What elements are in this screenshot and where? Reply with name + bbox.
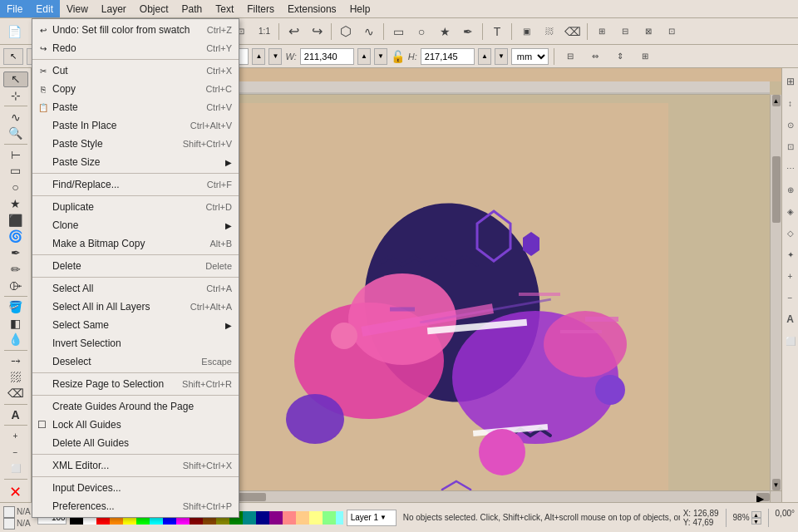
undo-item[interactable]: ↩ Undo: Set fill color from swatch Ctrl+…: [32, 21, 239, 39]
select-same-item[interactable]: Select Same ▶: [32, 316, 239, 334]
pen-tool[interactable]: ✒: [3, 245, 28, 261]
text-tool[interactable]: A: [3, 406, 28, 422]
w-down-btn[interactable]: ▼: [374, 48, 387, 65]
find-replace-item[interactable]: Find/Replace... Ctrl+F: [32, 175, 239, 194]
preferences-item[interactable]: Preferences... Shift+Ctrl+P: [32, 497, 239, 515]
menu-layer[interactable]: Layer: [95, 0, 133, 17]
palette-color-swatch[interactable]: [296, 511, 309, 525]
palette-color-swatch[interactable]: [256, 511, 269, 525]
zoom-down-btn[interactable]: ▼: [751, 518, 761, 525]
right-r7[interactable]: ◇: [784, 223, 797, 243]
zoom-up-btn[interactable]: ▲: [751, 511, 761, 518]
xml-editor-item[interactable]: XML Editor... Shift+Ctrl+X: [32, 456, 239, 475]
zoom-in-left[interactable]: +: [3, 428, 28, 444]
paste-style-item[interactable]: Paste Style Shift+Ctrl+V: [32, 135, 239, 153]
node-tool-button[interactable]: ⬡: [335, 22, 357, 42]
input-devices-item[interactable]: Input Devices...: [32, 479, 239, 497]
menu-help[interactable]: Help: [343, 0, 377, 17]
tweak-tool-button[interactable]: ∿: [358, 22, 380, 42]
palette-color-swatch[interactable]: [309, 511, 323, 525]
page-tool[interactable]: ⬜: [3, 461, 28, 476]
duplicate-item[interactable]: Duplicate Ctrl+D: [32, 198, 239, 216]
paste-size-item[interactable]: Paste Size ▶: [32, 153, 239, 171]
deselect-item[interactable]: Deselect Escape: [32, 352, 239, 371]
y-up-btn[interactable]: ▲: [252, 48, 265, 65]
menu-view[interactable]: View: [60, 0, 95, 17]
invert-selection-item[interactable]: Invert Selection: [32, 334, 239, 352]
create-guides-item[interactable]: Create Guides Around the Page: [32, 397, 239, 416]
rect-tool-button[interactable]: ▭: [387, 22, 409, 42]
node-tool[interactable]: ⊹: [3, 88, 28, 104]
select-all-item[interactable]: Select All Ctrl+A: [32, 279, 239, 298]
calligraphy-tool[interactable]: ⌱: [3, 278, 28, 293]
palette-color-swatch[interactable]: [336, 511, 343, 525]
w-up-btn[interactable]: ▲: [357, 48, 371, 65]
text-tool-button[interactable]: T: [486, 22, 508, 42]
eraser-tool-button[interactable]: ⌫: [562, 22, 584, 42]
eraser-tool[interactable]: ⌫: [3, 386, 28, 401]
snap2-button[interactable]: ⊟: [614, 22, 636, 42]
flip-h-btn[interactable]: ⇔: [584, 47, 606, 66]
menu-filters[interactable]: Filters: [240, 0, 281, 17]
resize-page-item[interactable]: Resize Page to Selection Shift+Ctrl+R: [32, 375, 239, 393]
snap4-button[interactable]: ⊡: [661, 22, 682, 42]
right-r3[interactable]: ⊡: [784, 136, 797, 156]
right-r2[interactable]: ⊙: [784, 115, 797, 135]
star-tool[interactable]: ★: [3, 196, 28, 212]
right-r5[interactable]: ⊕: [784, 180, 797, 200]
clone-item[interactable]: Clone ▶: [32, 216, 239, 234]
paste-in-place-item[interactable]: Paste In Place Ctrl+Alt+V: [32, 116, 239, 135]
circle-tool[interactable]: ○: [3, 180, 28, 195]
h-down-btn[interactable]: ▼: [495, 48, 508, 65]
palette-color-swatch[interactable]: [243, 511, 256, 525]
spray-tool[interactable]: ⛆: [3, 369, 28, 385]
scrollbar-v-thumb[interactable]: [772, 156, 781, 223]
spray-tool-button[interactable]: ⛆: [539, 22, 560, 42]
right-r10[interactable]: −: [784, 288, 797, 308]
spiral-tool[interactable]: 🌀: [3, 229, 28, 244]
snap-page-btn[interactable]: ⊞: [634, 47, 656, 66]
delete-guides-item[interactable]: Delete All Guides: [32, 434, 239, 452]
y-down-btn[interactable]: ▼: [268, 48, 282, 65]
undo-button[interactable]: ↩: [283, 22, 304, 42]
menu-edit[interactable]: Edit: [29, 0, 60, 17]
menu-extensions[interactable]: Extensions: [281, 0, 343, 17]
right-r4[interactable]: ⋯: [784, 158, 797, 178]
snap-button[interactable]: ⊞: [591, 22, 613, 42]
lock-icon[interactable]: 🔓: [391, 50, 405, 63]
snap-toggle[interactable]: ⊞: [784, 71, 797, 91]
redo-button[interactable]: ↪: [306, 22, 328, 42]
palette-color-swatch[interactable]: [283, 511, 296, 525]
h-input[interactable]: [421, 48, 475, 65]
measure-tool[interactable]: ⊢: [3, 146, 28, 162]
3d-box-tool[interactable]: ⬛: [3, 212, 28, 228]
palette-color-swatch[interactable]: [323, 511, 336, 525]
cut-item[interactable]: ✂ Cut Ctrl+X: [32, 62, 239, 80]
align-btn[interactable]: ⊟: [559, 47, 581, 66]
menu-path[interactable]: Path: [175, 0, 209, 17]
w-input[interactable]: [300, 48, 354, 65]
right-r9[interactable]: +: [784, 266, 797, 286]
redo-item[interactable]: ↪ Redo Ctrl+Y: [32, 39, 239, 57]
bucket-tool[interactable]: 🪣: [3, 299, 28, 315]
right-r11[interactable]: A: [784, 309, 797, 329]
scrollbar-down-btn[interactable]: ▼: [772, 479, 781, 490]
right-r8[interactable]: ✦: [784, 244, 797, 264]
scrollbar-right-btn[interactable]: ▶: [756, 493, 770, 501]
right-r12[interactable]: ⬜: [784, 331, 797, 351]
scrollbar-v[interactable]: ▲ ▼: [770, 95, 781, 490]
menu-object[interactable]: Object: [133, 0, 175, 17]
gradient-tool[interactable]: ◧: [3, 315, 28, 331]
flip-v-btn[interactable]: ⇕: [609, 47, 631, 66]
fill-button[interactable]: ▣: [515, 22, 537, 42]
right-r1[interactable]: ↕: [784, 93, 797, 113]
new-button[interactable]: 📄: [3, 22, 25, 42]
palette-color-swatch[interactable]: [269, 511, 283, 525]
fill-indicator[interactable]: [3, 506, 15, 518]
zoom-out-left[interactable]: −: [3, 445, 28, 461]
bitmap-copy-item[interactable]: Make a Bitmap Copy Alt+B: [32, 234, 239, 253]
pencil-tool[interactable]: ✏: [3, 261, 28, 277]
right-r6[interactable]: ◈: [784, 201, 797, 221]
pen-tool-button[interactable]: ✒: [457, 22, 479, 42]
page-canvas[interactable]: [236, 103, 668, 502]
